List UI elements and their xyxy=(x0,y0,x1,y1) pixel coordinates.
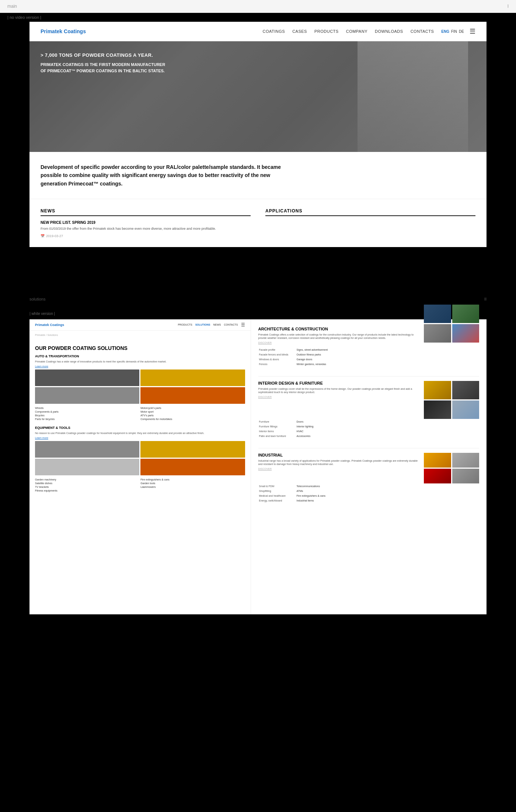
screenshot-container: Primatek Coatings PRODUCTS SOLUTIONS NEW… xyxy=(29,319,487,614)
video-label-bar: | no video version | xyxy=(0,13,516,22)
interior-images xyxy=(424,381,479,419)
divider-1 xyxy=(258,376,480,376)
feature-value: Signs, street advertisement xyxy=(297,348,479,352)
arch-img-playground xyxy=(452,324,480,343)
interior-img-glass xyxy=(452,400,480,419)
browser-url: main xyxy=(7,4,17,9)
sub-wheels: Wheels xyxy=(35,407,139,409)
feature-value: Accessories xyxy=(297,434,479,438)
divider-2 xyxy=(258,448,480,448)
feature-value: HVAC xyxy=(297,429,479,433)
feature-label: Fences xyxy=(259,362,296,366)
equipment-title: EQUIPMENT & TOOLS xyxy=(35,426,245,430)
equipment-link[interactable]: Learn more xyxy=(35,437,245,439)
nav-links: COATINGS CASES PRODUCTS COMPANY DOWNLOAD… xyxy=(263,29,434,34)
lang-de[interactable]: DE xyxy=(459,30,464,34)
feature-value: ATMs xyxy=(297,489,479,493)
equipment-category: EQUIPMENT & TOOLS No reason to use Prima… xyxy=(35,426,245,492)
table-row: FencesWinter gardens, verandas xyxy=(259,362,479,366)
auto-img-wheel xyxy=(35,369,139,386)
feature-value: Telecommunications xyxy=(297,484,479,488)
left-nav-logo[interactable]: Primatek Coatings xyxy=(35,323,64,327)
nav-logo[interactable]: Primatek Coatings xyxy=(41,28,86,34)
equip-img-mower xyxy=(140,459,245,475)
equip-grid-col2 xyxy=(140,441,245,475)
solutions-label: solutions xyxy=(29,297,45,301)
left-nav-solutions[interactable]: SOLUTIONS xyxy=(195,323,210,326)
pause-icon[interactable]: II xyxy=(484,297,487,301)
browser-separator: I xyxy=(508,4,509,9)
left-nav-products[interactable]: PRODUCTS xyxy=(178,323,192,326)
feature-label: Furniture fittings xyxy=(259,424,296,428)
interior-features-table: FurnitureDoors Furniture fittingsInterio… xyxy=(258,419,480,439)
arch-img-park xyxy=(452,305,480,323)
main-nav: Primatek Coatings COATINGS CASES PRODUCT… xyxy=(29,22,487,41)
table-row: Small & PDMTelecommunications xyxy=(259,484,479,488)
website-container: Primatek Coatings COATINGS CASES PRODUCT… xyxy=(29,22,487,247)
interior-section: INTERIOR DESIGN & FURNITURE Primatek pow… xyxy=(258,381,480,441)
left-nav: Primatek Coatings PRODUCTS SOLUTIONS NEW… xyxy=(29,319,251,331)
industrial-section: INDUSTRIAL Industrial range has a broad … xyxy=(258,453,480,505)
table-row: Patio and lawn furnitureAccessories xyxy=(259,434,479,438)
feature-label: Small & PDM xyxy=(259,484,296,488)
industrial-img-rack xyxy=(424,469,451,483)
arch-img-building xyxy=(424,305,451,323)
nav-products[interactable]: PRODUCTS xyxy=(314,29,339,34)
auto-sub-items: Wheels Motorcycle's parts Components & p… xyxy=(35,407,245,420)
arch-features-table: Facade profileSigns, street advertisemen… xyxy=(258,347,480,367)
left-main-title: OUR POWDER COATING SOLUTIONS xyxy=(35,345,245,351)
sub-moto-parts: Motorcycle's parts xyxy=(140,407,245,409)
left-breadcrumb: Primatek / Solutions xyxy=(29,331,251,339)
industrial-img-forklift xyxy=(424,453,451,468)
equip-grid-col1 xyxy=(35,441,139,475)
equip-img-saw xyxy=(35,459,139,475)
feature-value: Outdoor fitness parks xyxy=(297,353,479,357)
applications-section: APPLICATIONS xyxy=(265,208,475,238)
auto-category: AUTO & TRANSPORTATION Primatek Coatings … xyxy=(35,354,245,420)
news-item-title: NEW PRICE LIST. SPRING 2019 xyxy=(41,221,251,225)
nav-coatings[interactable]: COATINGS xyxy=(263,29,285,34)
left-hamburger[interactable]: ☰ xyxy=(241,322,245,327)
feature-label: Furniture xyxy=(259,420,296,424)
feature-label: Facade fences and blinds xyxy=(259,353,296,357)
sub-lawnmowers: Lawnmowers xyxy=(140,486,245,488)
industrial-features-table: Small & PDMTelecommunications Shopfittin… xyxy=(258,483,480,503)
auto-title: AUTO & TRANSPORTATION xyxy=(35,354,245,358)
feature-label: Windows & doors xyxy=(259,357,296,361)
news-date-value: 2019-03-27 xyxy=(46,234,63,238)
arch-img-door xyxy=(424,324,451,343)
feature-value: Doors xyxy=(297,420,479,424)
right-panel: ARCHITECTURE & CONSTRUCTION Primatek Coa… xyxy=(251,319,487,614)
hero-content: > 7,000 TONS OF POWDER COATINGS A YEAR. … xyxy=(41,52,166,74)
video-version-label: | no video version | xyxy=(7,15,41,20)
lang-eng[interactable]: ENG xyxy=(441,30,449,34)
nav-company[interactable]: COMPANY xyxy=(346,29,367,34)
hamburger-menu[interactable]: ☰ xyxy=(470,27,475,35)
equip-img-yellow xyxy=(140,441,245,458)
sub-garden-mach: Garden machinery xyxy=(35,478,139,481)
nav-contacts[interactable]: CONTACTS xyxy=(411,29,434,34)
sub-fitness: Fitness equipments xyxy=(35,489,139,492)
feature-label: Shopfitting xyxy=(259,489,296,493)
auto-link[interactable]: Learn more xyxy=(35,365,245,368)
white-version-label: | white version | xyxy=(29,312,55,316)
black-spacer xyxy=(0,247,516,291)
left-nav-contacts[interactable]: CONTACTS xyxy=(224,323,238,326)
interior-img-chairs xyxy=(424,381,451,399)
equipment-desc: No reason to use Primatek Coatings powde… xyxy=(35,431,245,435)
auto-grid-col2 xyxy=(140,369,245,404)
left-nav-news[interactable]: NEWS xyxy=(213,323,221,326)
arch-images xyxy=(424,305,479,343)
sub-atv: ATV's parts xyxy=(140,414,245,417)
sub-bicycles: Bicycles xyxy=(35,414,139,417)
arch-section: ARCHITECTURE & CONSTRUCTION Primatek Coa… xyxy=(258,327,480,369)
table-row: Furniture fittingsInterior lighting xyxy=(259,424,479,428)
nav-downloads[interactable]: DOWNLOADS xyxy=(375,29,403,34)
table-row: Interior itemsHVAC xyxy=(259,429,479,433)
table-row: Energy, switchboardIndustrial items xyxy=(259,499,479,503)
lang-fin[interactable]: FIN xyxy=(451,30,457,34)
feature-label: Patio and lawn furniture xyxy=(259,434,296,438)
feature-value: Winter gardens, verandas xyxy=(297,362,479,366)
auto-grid xyxy=(35,369,245,404)
nav-cases[interactable]: CASES xyxy=(292,29,307,34)
